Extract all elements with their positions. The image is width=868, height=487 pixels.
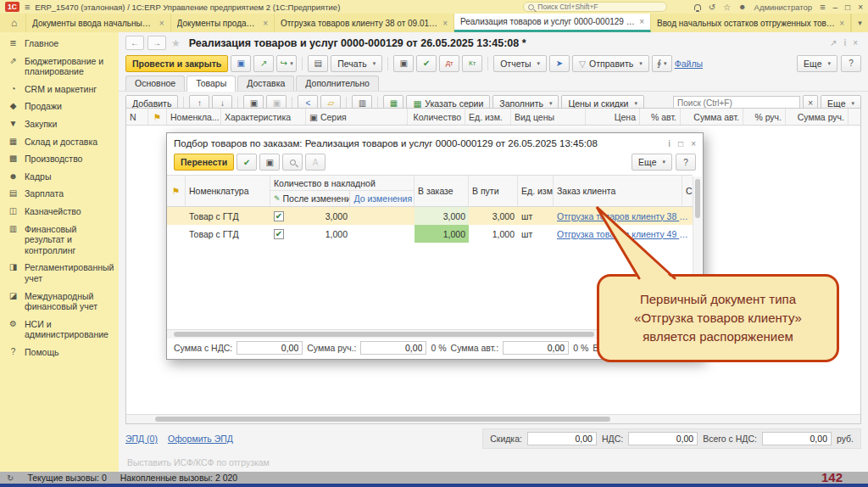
close-icon[interactable]: × — [691, 139, 696, 148]
tab-main[interactable]: Основное — [125, 76, 185, 91]
info-icon[interactable]: ⅰ — [668, 139, 670, 148]
sidebar-item-purchases[interactable]: ▼Закупки — [0, 115, 119, 133]
flag-icon[interactable]: ⚑ — [167, 176, 186, 206]
scrollbar-thumb[interactable] — [695, 179, 700, 218]
table-row[interactable]: Товар с ГТД ✔3,000 3,000 3,000 шт Отгруз… — [167, 207, 693, 225]
marker-icon[interactable]: ✔ — [416, 55, 437, 72]
col-in-transit[interactable]: В пути — [469, 176, 518, 206]
transfer-button[interactable]: Перенести — [174, 154, 234, 171]
tab-sales-docs[interactable]: Документы продажи (все) — [171, 14, 275, 32]
tab-list-dropdown-icon[interactable]: ▾ — [851, 14, 868, 32]
create-based-on-icon[interactable]: ↪ — [276, 55, 297, 72]
sidebar-item-financial-result[interactable]: ▥Финансовый результат и контроллинг — [0, 221, 119, 260]
close-button[interactable]: × — [858, 3, 863, 12]
global-search-input[interactable] — [537, 3, 662, 11]
flag-icon[interactable]: ⚑ — [148, 109, 167, 125]
col-price-type[interactable]: Вид цены — [511, 109, 586, 125]
tab-close-icon[interactable] — [159, 19, 164, 28]
checkbox-checked[interactable]: ✔ — [274, 211, 284, 221]
sum-auto-field[interactable] — [503, 341, 569, 355]
tab-initial-balances-docs[interactable]: Документы ввода начальных остатков — [26, 14, 171, 32]
favorites-star-icon[interactable]: ☆ — [723, 3, 731, 12]
col-nomenclature[interactable]: Номенклатура — [186, 176, 270, 206]
sidebar-item-ifrs[interactable]: ◪Международный финансовый учет — [0, 288, 119, 316]
col-quantity[interactable]: Количество — [408, 109, 465, 125]
epd-link[interactable]: ЭПД (0) — [125, 434, 158, 444]
tab-additional[interactable]: Дополнительно — [296, 76, 379, 91]
scrollbar-thumb[interactable] — [174, 332, 594, 337]
horizontal-scrollbar[interactable] — [126, 414, 860, 423]
sidebar-item-treasury[interactable]: ◫Казначейство — [0, 203, 119, 221]
reports-button[interactable]: Отчеты — [493, 55, 547, 72]
send-jet-icon[interactable]: ➤ — [549, 55, 570, 72]
tab-delivery[interactable]: Доставка — [237, 76, 294, 91]
post-icon[interactable]: ↗ — [253, 55, 274, 72]
sidebar-item-crm[interactable]: ◔CRM и маркетинг — [0, 81, 119, 98]
tab-close-icon[interactable] — [442, 19, 448, 28]
col-nomenclature[interactable]: Номенкла... — [167, 109, 221, 125]
sum-vat-field[interactable] — [236, 341, 303, 355]
sidebar-item-budgeting[interactable]: ⇗Бюджетирование и планирование — [0, 53, 119, 81]
forward-button[interactable]: → — [147, 36, 166, 50]
tab-close-icon[interactable] — [263, 19, 268, 28]
tab-initial-balances-shipped[interactable]: Ввод начальных остатков отгруженных това… — [651, 14, 851, 32]
client-order-link[interactable]: Отгрузка товаров клиенту 49 от 13.01.202… — [557, 229, 689, 239]
minimize-button[interactable]: – — [833, 3, 838, 12]
col-pct-auto[interactable]: % авт. — [640, 109, 681, 125]
back-button[interactable]: ← — [125, 36, 144, 50]
create-epd-link[interactable]: Оформить ЭПД — [168, 434, 233, 444]
sidebar-item-regulated-accounting[interactable]: ◨Регламентированный учет — [0, 259, 119, 287]
info-icon[interactable]: ⅰ — [843, 38, 846, 48]
tab-sales-invoice-129[interactable]: Реализация товаров и услуг 0000-000129 о… — [454, 14, 651, 32]
col-sum-manual[interactable]: Сумма руч. — [786, 109, 849, 125]
sidebar-item-warehouse[interactable]: ▦Склад и доставка — [0, 133, 119, 151]
sum-manual-field[interactable] — [360, 341, 426, 355]
col-series[interactable]: ▣Серия — [306, 109, 408, 125]
col-after-change[interactable]: ✎После изменения — [270, 191, 350, 206]
sidebar-item-sales[interactable]: ◆Продажи — [0, 98, 119, 115]
col-sum-auto[interactable]: Сумма авт. — [681, 109, 743, 125]
sidebar-item-production[interactable]: ▩Производство — [0, 150, 119, 168]
modal-more-button[interactable]: Еще — [632, 154, 672, 171]
settings-menu-icon[interactable]: ≡ — [820, 2, 825, 12]
print-button[interactable]: Печать — [331, 55, 382, 72]
scrollbar-thumb[interactable] — [155, 417, 610, 422]
col-client-order[interactable]: Заказ клиента — [554, 176, 682, 206]
attach-icon[interactable]: ∮ — [652, 55, 672, 72]
post-and-close-button[interactable]: Провести и закрыть — [125, 55, 228, 72]
more-button[interactable]: Еще — [797, 55, 837, 72]
col-unit[interactable]: Ед. изм. — [465, 109, 511, 125]
total-field[interactable] — [762, 432, 832, 445]
tab-shipment-38[interactable]: Отгрузка товаров клиенту 38 от 09.01.202… — [275, 14, 454, 32]
table-search-input[interactable] — [677, 98, 796, 108]
checkbox-checked[interactable]: ✔ — [274, 229, 284, 239]
favorite-star-icon[interactable]: ★ — [171, 37, 181, 49]
movements-dt-icon[interactable]: Дт — [439, 55, 459, 72]
files-link[interactable]: Файлы — [675, 59, 703, 69]
col-before-change[interactable]: До изменения — [350, 191, 414, 206]
col-pct-manual[interactable]: % руч. — [743, 109, 786, 125]
col-characteristic[interactable]: Характеристика — [221, 109, 306, 125]
sidebar-item-help[interactable]: ?Помощь — [0, 344, 119, 361]
tab-home[interactable] — [3, 14, 26, 32]
tab-goods[interactable]: Товары — [186, 76, 236, 92]
send-button[interactable]: ▽Отправить — [572, 55, 649, 72]
client-order-link[interactable]: Отгрузка товаров клиенту 38 от 09.01.202… — [557, 211, 689, 221]
tab-close-icon[interactable] — [839, 19, 844, 28]
col-qty-in-invoice[interactable]: Количество в накладной ✎После изменения … — [270, 176, 415, 206]
help-button[interactable]: ? — [841, 55, 861, 72]
maximize-icon[interactable]: □ — [678, 139, 683, 148]
col-in-order[interactable]: В заказе — [415, 176, 469, 206]
col-unit[interactable]: Ед. изм. — [518, 176, 554, 206]
tab-close-icon[interactable] — [639, 17, 644, 26]
global-search[interactable] — [523, 2, 667, 12]
sidebar-item-payroll[interactable]: ▤Зарплата — [0, 185, 119, 203]
save-icon[interactable]: ▣ — [231, 55, 251, 72]
close-document-icon[interactable]: × — [853, 38, 858, 48]
table-row[interactable]: Товар с ГТД ✔1,000 1,000 1,000 шт Отгруз… — [167, 225, 693, 243]
sidebar-item-main[interactable]: ≣Главное — [0, 35, 119, 53]
movements-kt-icon[interactable]: Кт — [462, 55, 482, 72]
pin-window-icon[interactable]: ↗ — [830, 38, 837, 48]
maximize-button[interactable]: □ — [845, 3, 850, 12]
modal-help-button[interactable]: ? — [676, 154, 696, 171]
